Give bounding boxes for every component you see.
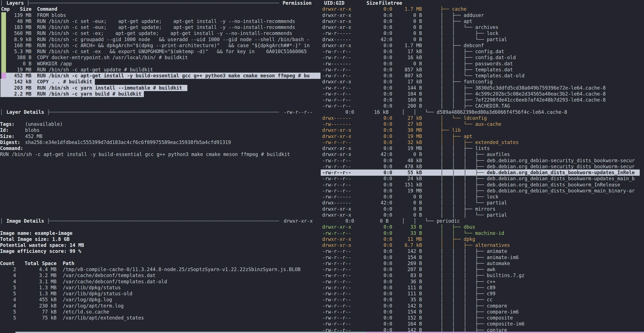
tree-row[interactable]: -rw-r--r--0:017 kB│ │ ├── config.dat bbox=[282, 49, 644, 55]
tree-row[interactable]: -rw-r--r--0:032 kB│ │ ├── extended_state… bbox=[282, 139, 644, 146]
layer-row[interactable]: 19 MBRUN /bin/sh -c apt-get update # bui… bbox=[0, 67, 321, 73]
tree-row[interactable]: drwxr-xr-x0:00 B│ │ └── periodic bbox=[282, 218, 644, 224]
tree-row[interactable]: -rw-r--r--0:0164 B│ │ │ ├── composite-im… bbox=[282, 321, 644, 327]
tree-row[interactable]: -rw-r--r--0:035 B│ │ │ ├── cc bbox=[282, 296, 644, 303]
tree-uid-gid: 0:0 bbox=[351, 115, 392, 121]
tree-row[interactable]: -rw-r--r--0:0207 B│ │ │ ├── awk bbox=[282, 266, 644, 272]
tree-row[interactable]: drwxr-xr-x0:033 B│ ├── dbus bbox=[282, 224, 644, 230]
layer-row[interactable]: 183 MBRUN /bin/sh -c set -eux; apt-get u… bbox=[0, 24, 321, 31]
tree-row[interactable]: drwxr-xr-x0:019 MB│ ├── apt bbox=[282, 133, 644, 140]
tree-uid-gid: 0:0 bbox=[351, 321, 392, 327]
tree-row[interactable]: -rw-r--r--0:016 kB│ │ ├── config.dat-old bbox=[282, 55, 644, 61]
wasted-file-row[interactable]: 577 kB/etc/ld.so.cache bbox=[0, 309, 321, 315]
tree-entry: │ │ │ ├── compare-im6 bbox=[440, 309, 519, 315]
wasted-file-row[interactable]: 24.4 MB/tmp/v8-compile-cache-0/11.3.244.… bbox=[0, 266, 321, 272]
tree-uid-gid: 0:0 bbox=[351, 97, 392, 103]
layer-row[interactable]: 0 BWORKDIR /app bbox=[0, 61, 321, 67]
tree-entry: ├── lib bbox=[440, 127, 461, 133]
wasted-space: 1.3 MB bbox=[20, 284, 56, 290]
tree-row[interactable]: -rw-------0:00 B│ │ ├── passwords.dat bbox=[282, 61, 644, 67]
tree-row[interactable]: -rw-r--r--0:0104 B│ │ ├── 4c599c202bc5c0… bbox=[282, 91, 644, 97]
tree-row[interactable]: drwxr-xr-x0:017 kB│ ├── fontconfig bbox=[282, 79, 644, 85]
tree-row[interactable]: -rw-------0:027 kB│ └── aux-cache bbox=[282, 121, 644, 127]
layer-row[interactable]: 139 MBFROM blobs bbox=[0, 12, 321, 19]
tree-branch-icon: │ ├── bbox=[440, 13, 464, 18]
tree-row[interactable]: -rw-r--r--0:0160 B│ │ ├── 7ef2298fde41cc… bbox=[282, 97, 644, 103]
tree-row[interactable]: drwxr-xr-x0:011 MB│ ├── dpkg bbox=[282, 236, 644, 242]
wasted-file-row[interactable]: 575 kB/var/lib/apt/extended_states bbox=[0, 315, 321, 321]
layer-detail-field: Size:452 MB bbox=[0, 133, 321, 140]
tree-row[interactable]: drwxr-xr-x0:01.7 MB├── cache bbox=[282, 6, 644, 12]
tree-row[interactable]: -rw-r--r--0:055 kB│ │ │ ├── deb.debian.o… bbox=[282, 169, 644, 176]
layer-row[interactable]: 388 BCOPY docker-entrypoint.sh /usr/loca… bbox=[0, 55, 321, 61]
tree-row[interactable]: -rw-r--r--0:0111 B│ │ │ ├── c99 bbox=[282, 290, 644, 297]
layer-row[interactable]: 5.3 MBRUN /bin/sh -c set -ex && export G… bbox=[0, 49, 321, 55]
tree-row[interactable]: -rw-r--r--0:083 B│ │ │ ├── builtins.7.gz bbox=[282, 272, 644, 278]
tree-row[interactable]: -rw-r--r--0:0151 kB│ │ │ ├── deb.debian.… bbox=[282, 182, 644, 188]
wasted-file-row[interactable]: 43.2 MB/var/cache/debconf/templates.dat bbox=[0, 272, 321, 278]
layer-row[interactable]: 2.2 MBRUN /bin/sh -c yarn build # buildk… bbox=[0, 91, 321, 97]
tree-entry-name: deb.debian.org_debian_dists_bookworm_mai… bbox=[487, 188, 635, 193]
tree-row[interactable]: -rw-r--r--0:0857 kB│ │ ├── templates.dat bbox=[282, 67, 644, 73]
tree-row[interactable]: -rw-r--r--0:019 MB│ │ │ ├── deb.debian.o… bbox=[282, 188, 644, 194]
tree-row[interactable]: -rw-r-----0:00 B│ │ │ ├── lock bbox=[282, 194, 644, 200]
tree-row[interactable]: drwxr-xr-x42:00 B│ │ │ ├── auxfiles bbox=[282, 151, 644, 158]
layer-row[interactable]: 560 MBRUN /bin/sh -c set -ex; apt-get up… bbox=[0, 30, 321, 37]
tree-row[interactable]: drwxr-xr-x0:00 B│ │ └── archives bbox=[282, 24, 644, 31]
wasted-file-row[interactable]: 4455 kB/var/log/dpkg.log bbox=[0, 296, 321, 303]
tree-entry: │ │ │ ├── deb.debian.org_debian-security… bbox=[440, 164, 635, 169]
tree-row[interactable]: drwxr-xr-x0:00 B│ │ │ └── partial bbox=[282, 212, 644, 218]
wasted-file-row[interactable]: 51.3 MB/var/lib/dpkg/status-old bbox=[0, 290, 321, 297]
wasted-file-row[interactable]: 43.1 MB/var/cache/debconf/templates.dat-… bbox=[0, 278, 321, 285]
tree-row[interactable]: drwxr-xr-x0:030 MB├── lib bbox=[282, 127, 644, 133]
tree-permission: -rw-r--r-- bbox=[322, 182, 351, 188]
tree-row[interactable]: drwx------42:00 B│ │ │ └── partial bbox=[282, 200, 644, 206]
tree-permission: -rw-r--r-- bbox=[322, 296, 351, 302]
tree-entry-name: fontconfig bbox=[464, 79, 492, 84]
detail-label: Id: bbox=[0, 127, 9, 133]
tree-row[interactable]: -rw-r-----0:00 B│ │ ├── lock bbox=[282, 30, 644, 37]
tree-row[interactable]: drwxr-xr-x0:06.7 kB│ │ ├── alternatives bbox=[282, 242, 644, 248]
tree-size: 19 MB bbox=[387, 188, 422, 194]
tree-row[interactable]: -rw-r--r--0:0478 kB│ │ │ ├── deb.debian.… bbox=[282, 164, 644, 170]
tree-row[interactable]: -rw-r--r--0:0142 B│ │ │ ├── compare bbox=[282, 303, 644, 309]
layer-row[interactable]: 142 kBCOPY . . # buildkit bbox=[0, 79, 321, 85]
tree-row[interactable]: drwxr-xr-x0:00 B│ ├── apt bbox=[282, 18, 644, 25]
layer-row[interactable]: 8.9 kBRUN /bin/sh -c groupadd --gid 1000… bbox=[0, 37, 321, 43]
tree-row[interactable]: drwx------0:027 kB│ └── ldconfig bbox=[282, 115, 644, 121]
tree-row[interactable]: -rw-r--r--0:0154 B│ │ │ ├── animate-im6 bbox=[282, 254, 644, 261]
wasted-file-row[interactable]: 4230 kB/var/log/apt/term.log bbox=[0, 303, 321, 309]
cmp-added-indicator bbox=[1, 55, 6, 61]
tree-branch-icon: │ │ └── bbox=[440, 230, 475, 236]
tree-row[interactable]: -rw-r--r--0:0807 kB│ │ └── templates.dat… bbox=[282, 73, 644, 79]
layer-row[interactable]: 203 MBRUN /bin/sh -c yarn install --immu… bbox=[0, 85, 321, 91]
wasted-count: 5 bbox=[0, 309, 16, 315]
tree-row[interactable]: -rw-r--r--0:016 kB│ │ └── d589a48862398e… bbox=[282, 109, 644, 115]
tree-row[interactable]: -rw-r--r--0:0200 B│ │ ├── CACHEDIR.TAG bbox=[282, 103, 644, 109]
tree-row[interactable]: -rw-r--r--0:024 kB│ │ │ ├── deb.debian.o… bbox=[282, 175, 644, 182]
tree-row[interactable]: drwxr-xr-x0:00 B│ │ ├── mirrors bbox=[282, 206, 644, 212]
tree-row[interactable]: -rw-r--r--0:0142 B│ │ │ ├── animate bbox=[282, 248, 644, 254]
tree-row[interactable]: -rw-r--r--0:036 B│ │ │ ├── c++ bbox=[282, 278, 644, 285]
status-bar-right-fragment bbox=[366, 332, 644, 333]
tree-branch-icon: │ │ │ ├── bbox=[440, 279, 487, 284]
tree-row[interactable]: drwxr-xr-x0:019 MB│ │ ├── lists bbox=[282, 145, 644, 152]
layer-row[interactable]: 452 MBRUN /bin/sh -c apt-get install -y … bbox=[0, 73, 321, 79]
tree-row[interactable]: drwxr-xr-x0:00 B│ ├── adduser bbox=[282, 12, 644, 19]
layer-row[interactable]: 160 MBRUN /bin/sh -c ARCH= && dpkgArch="… bbox=[0, 43, 321, 49]
tree-row[interactable]: -rw-r--r--0:0111 B│ │ │ ├── c89 bbox=[282, 284, 644, 291]
detail-value: (unavailable) bbox=[25, 121, 63, 127]
layer-command: RUN /bin/sh -c yarn build # buildkit bbox=[37, 91, 142, 97]
tree-row[interactable]: -rw-r--r--0:0269 B│ │ │ ├── automake bbox=[282, 260, 644, 266]
dive-terminal-screen: │ Layers ├──────────────────────────────… bbox=[0, 0, 644, 333]
tree-row[interactable]: -rw-r--r--0:033 B│ │ └── machine-id bbox=[282, 230, 644, 236]
wasted-file-row[interactable]: 51.3 MB/var/lib/dpkg/status bbox=[0, 284, 321, 291]
layer-size: 48 MB bbox=[6, 18, 32, 24]
layer-row[interactable]: 48 MBRUN /bin/sh -c set -eux; apt-get up… bbox=[0, 18, 321, 25]
tree-row[interactable]: drwxr-xr-x0:01.7 MB│ ├── debconf bbox=[282, 43, 644, 49]
tree-row[interactable]: -rw-r--r--0:0144 B│ │ ├── 3830d5c3ddfd5c… bbox=[282, 85, 644, 91]
tree-row[interactable]: drwx------42:00 B│ │ └── partial bbox=[282, 37, 644, 43]
tree-row[interactable]: -rw-r--r--0:0152 B│ │ │ ├── composite bbox=[282, 315, 644, 321]
tree-row[interactable]: -rw-r--r--0:048 kB│ │ │ ├── deb.debian.o… bbox=[282, 158, 644, 164]
tree-row[interactable]: -rw-r--r--0:0154 B│ │ │ ├── compare-im6 bbox=[282, 309, 644, 315]
